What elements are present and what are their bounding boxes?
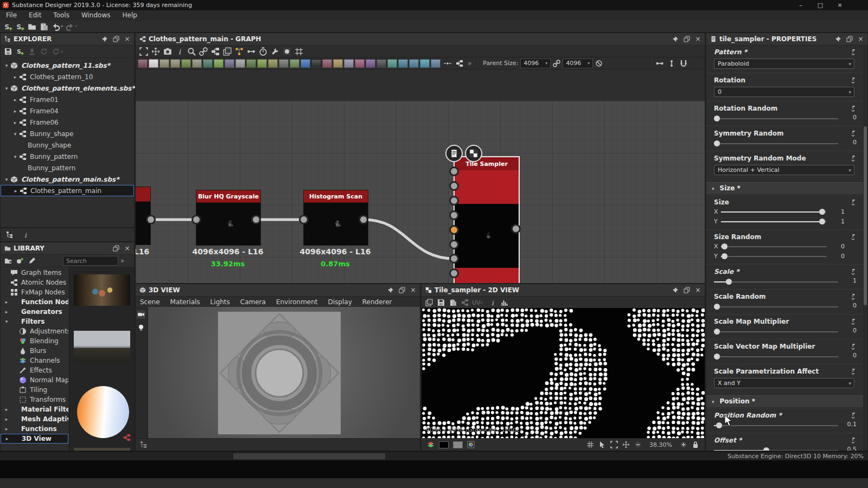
tree-item[interactable]: ▸Function Nodes xyxy=(1,297,68,307)
input-pin[interactable] xyxy=(449,240,459,249)
splatter-node-icon[interactable] xyxy=(257,59,267,68)
view2d-viewport[interactable]: 4096 x 4096 (Grayscale, 16bpc) xyxy=(422,308,705,439)
uniform-color-node-icon[interactable] xyxy=(149,59,158,68)
function-icon[interactable] xyxy=(850,155,858,163)
input-pin[interactable] xyxy=(449,181,459,191)
environment-thumbnail-partial[interactable] xyxy=(74,448,130,451)
section-position[interactable]: ▾Position * xyxy=(706,395,863,408)
new-substance-icon[interactable]: S xyxy=(4,22,12,31)
function-icon[interactable] xyxy=(850,318,858,326)
redo-caret-icon[interactable]: ▾ xyxy=(75,24,77,29)
tree-item[interactable]: Normal Map xyxy=(1,375,68,385)
pyramid-node-icon[interactable] xyxy=(290,59,299,68)
rotation-select[interactable]: 0▾ xyxy=(714,87,854,97)
properties-scrollbar[interactable] xyxy=(863,45,867,451)
function-icon[interactable] xyxy=(850,412,858,420)
tree-item[interactable]: ▸Frame06 xyxy=(1,117,134,128)
search-input[interactable]: Search xyxy=(63,256,118,266)
scale-map-multiplier-slider[interactable] xyxy=(714,328,838,335)
reload-caret-icon[interactable]: ▾ xyxy=(61,49,63,54)
comment-badge-icon[interactable] xyxy=(445,145,463,162)
curve-node-icon[interactable] xyxy=(181,59,191,68)
screenshot-icon[interactable] xyxy=(163,47,172,56)
pixel-processor-node-icon[interactable] xyxy=(235,59,245,68)
chevron-right-icon[interactable]: ▸ xyxy=(11,120,19,125)
move-icon[interactable] xyxy=(151,47,160,56)
chevron-right-icon[interactable]: ▸ xyxy=(3,436,11,441)
chevron-right-icon[interactable]: ▸ xyxy=(11,97,19,102)
palette-overflow-icon[interactable]: » xyxy=(468,60,471,67)
float-icon[interactable] xyxy=(683,36,690,43)
tree-item[interactable]: ▸3D View xyxy=(1,434,68,444)
fit-view-icon[interactable] xyxy=(610,440,618,449)
preview-icon[interactable] xyxy=(283,47,291,56)
input-pin[interactable] xyxy=(449,268,459,278)
menu-renderer[interactable]: Renderer xyxy=(362,298,392,306)
chevron-down-icon[interactable]: ▾ xyxy=(11,131,19,137)
tree-item[interactable]: ▸Clothes_pattern_main xyxy=(1,185,134,196)
new-from-template-icon[interactable]: S xyxy=(16,22,24,31)
save-all-icon[interactable] xyxy=(40,22,48,31)
offset-slider[interactable] xyxy=(714,447,838,451)
pin-icon[interactable] xyxy=(387,287,394,294)
directional-blur-node-icon[interactable] xyxy=(214,59,224,68)
open-icon[interactable] xyxy=(28,22,36,31)
output-pin[interactable] xyxy=(359,215,368,224)
chevron-down-icon[interactable]: ▾ xyxy=(3,177,10,182)
layers-icon[interactable] xyxy=(425,298,433,307)
ellipse-node-icon[interactable] xyxy=(279,59,289,68)
text-node-icon[interactable] xyxy=(344,59,354,68)
tree-item[interactable]: Blending xyxy=(1,336,68,346)
parent-size-width-select[interactable]: 4096▾ xyxy=(520,59,551,68)
selection-node-icon[interactable] xyxy=(355,59,365,68)
swirl-node-icon[interactable] xyxy=(301,59,310,68)
float-icon[interactable] xyxy=(683,287,690,294)
export-icon[interactable] xyxy=(28,47,36,56)
rgb-filter-icon[interactable] xyxy=(467,440,475,449)
shape-extrude-node-icon[interactable] xyxy=(431,59,441,68)
minimize-button[interactable]: – xyxy=(791,0,810,10)
tree-item[interactable]: Channels xyxy=(1,356,68,365)
camera-icon[interactable] xyxy=(137,310,145,319)
chevron-right-icon[interactable]: ▸ xyxy=(3,299,10,305)
chevron-right-icon[interactable]: ▸ xyxy=(3,407,10,412)
size-y-slider[interactable] xyxy=(721,218,826,225)
new-item-icon[interactable] xyxy=(16,256,24,265)
menu-scene[interactable]: Scene xyxy=(140,298,160,306)
menu-edit[interactable]: Edit xyxy=(23,10,47,21)
output-pin[interactable] xyxy=(251,215,261,224)
size-random-x-slider[interactable] xyxy=(721,243,826,250)
float-icon[interactable] xyxy=(846,36,853,43)
maximize-button[interactable]: □ xyxy=(810,0,830,10)
graph-canvas[interactable]: L16 Blur HQ Grayscale 4096x4096 - L16 33… xyxy=(136,101,705,283)
zoom-out-icon[interactable] xyxy=(634,440,642,449)
overflow-icon[interactable]: » xyxy=(120,257,124,265)
connect-icon[interactable] xyxy=(247,47,256,56)
float-icon[interactable] xyxy=(112,36,119,43)
dot-node-icon[interactable] xyxy=(268,59,278,68)
save-icon[interactable] xyxy=(4,47,12,56)
snap-icon[interactable] xyxy=(679,59,688,68)
chevron-right-icon[interactable]: ▸ xyxy=(11,108,19,114)
transformation-node-icon[interactable] xyxy=(203,59,213,68)
close-icon[interactable]: × xyxy=(694,287,701,294)
bit-depth-node-icon[interactable] xyxy=(376,59,386,68)
float-icon[interactable] xyxy=(398,287,405,294)
dot-dash-icon[interactable] xyxy=(443,59,452,68)
close-button[interactable]: × xyxy=(830,0,850,10)
section-size[interactable]: ▾Size * xyxy=(706,182,863,195)
function-icon[interactable] xyxy=(850,234,858,241)
warp-node-icon[interactable] xyxy=(333,59,343,68)
pattern-select[interactable]: Paraboloid▾ xyxy=(714,59,854,69)
grid-icon[interactable] xyxy=(295,47,303,56)
menu-tools[interactable]: Tools xyxy=(47,10,75,21)
reload-all-icon[interactable] xyxy=(52,47,60,56)
tree-item[interactable]: ▸Material Filters xyxy=(1,404,68,414)
tiling-view-icon[interactable] xyxy=(586,440,595,449)
edit-icon[interactable] xyxy=(28,256,36,265)
shape-node-icon[interactable] xyxy=(225,59,234,68)
tree-item[interactable]: Transforms xyxy=(1,395,68,404)
scrollbar-thumb[interactable] xyxy=(864,126,867,305)
tree-item[interactable]: ▾Bunny_pattern xyxy=(1,151,134,162)
function-icon[interactable] xyxy=(850,268,858,276)
